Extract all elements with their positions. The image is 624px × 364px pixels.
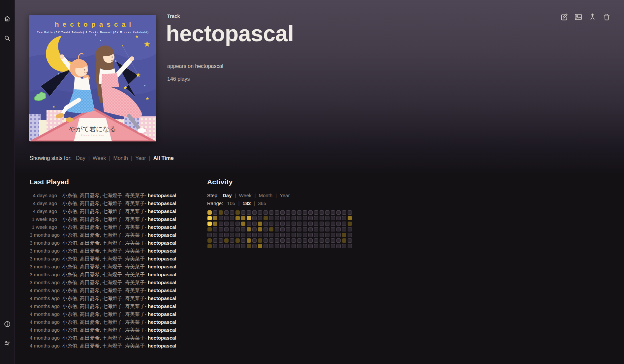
track-link[interactable]: hectopascal [148, 287, 176, 294]
artist-link[interactable]: 高田憂希 [80, 256, 100, 261]
artist-link[interactable]: 高田憂希 [80, 343, 100, 349]
artist-link[interactable]: 七海燈子 [103, 280, 122, 285]
artist-link[interactable]: 高田憂希 [80, 224, 100, 230]
artist-link[interactable]: 高田憂希 [80, 240, 100, 246]
artist-link[interactable]: 高田憂希 [80, 335, 100, 341]
step-option-year[interactable]: Year [280, 193, 290, 198]
artist-link[interactable]: 寿美菜子 [125, 216, 145, 222]
artist-link[interactable]: 高田憂希 [80, 216, 100, 222]
artist-link[interactable]: 高田憂希 [80, 208, 100, 214]
track-link[interactable]: hectopascal [148, 223, 176, 231]
artist-link[interactable]: 寿美菜子 [125, 264, 145, 269]
artist-link[interactable]: 寿美菜子 [125, 280, 145, 285]
artist-link[interactable]: 小糸侑 [62, 193, 77, 198]
track-link[interactable]: hectopascal [148, 279, 176, 287]
artist-link[interactable]: 七海燈子 [103, 256, 122, 261]
artist-link[interactable]: 高田憂希 [80, 264, 100, 269]
step-option-month[interactable]: Month [259, 193, 272, 198]
artist-link[interactable]: 七海燈子 [103, 232, 122, 238]
artist-link[interactable]: 小糸侑 [62, 295, 77, 301]
artist-link[interactable]: 七海燈子 [103, 248, 122, 254]
artist-link[interactable]: 高田憂希 [80, 232, 100, 238]
track-link[interactable]: hectopascal [148, 302, 176, 310]
artist-link[interactable]: 寿美菜子 [125, 295, 145, 301]
stats-filter-option-week[interactable]: Week [93, 155, 106, 161]
artist-link[interactable]: 小糸侑 [62, 232, 77, 238]
step-option-day[interactable]: Day [223, 193, 232, 198]
artist-link[interactable]: 小糸侑 [62, 200, 77, 206]
artist-link[interactable]: 七海燈子 [103, 343, 122, 349]
track-link[interactable]: hectopascal [148, 192, 176, 199]
merge-button[interactable] [588, 13, 597, 21]
edit-button[interactable] [560, 13, 569, 21]
change-image-button[interactable] [574, 13, 583, 21]
sidebar-home-button[interactable] [4, 15, 11, 22]
artist-link[interactable]: 寿美菜子 [125, 343, 145, 349]
artist-link[interactable]: 高田憂希 [80, 200, 100, 206]
stats-filter-option-day[interactable]: Day [76, 155, 85, 161]
album-link[interactable]: hectopascal [195, 63, 223, 69]
track-link[interactable]: hectopascal [148, 334, 176, 342]
artist-link[interactable]: 寿美菜子 [125, 272, 145, 277]
artist-link[interactable]: 七海燈子 [103, 327, 122, 333]
artist-link[interactable]: 寿美菜子 [125, 288, 145, 293]
track-link[interactable]: hectopascal [148, 215, 176, 223]
artist-link[interactable]: 高田憂希 [80, 193, 100, 198]
track-link[interactable]: hectopascal [148, 342, 176, 350]
artist-link[interactable]: 小糸侑 [62, 311, 77, 317]
artist-link[interactable]: 七海燈子 [103, 216, 122, 222]
artist-link[interactable]: 高田憂希 [80, 288, 100, 293]
track-link[interactable]: hectopascal [148, 294, 176, 302]
artist-link[interactable]: 高田憂希 [80, 248, 100, 254]
album-art[interactable]: hectopascal Yuu Koito (CV:Yuuki Takada) … [29, 15, 156, 141]
artist-link[interactable]: 七海燈子 [103, 319, 122, 325]
track-link[interactable]: hectopascal [148, 255, 176, 263]
artist-link[interactable]: 高田憂希 [80, 303, 100, 309]
artist-link[interactable]: 寿美菜子 [125, 232, 145, 238]
artist-link[interactable]: 七海燈子 [103, 303, 122, 309]
sidebar-info-button[interactable] [4, 320, 11, 328]
artist-link[interactable]: 寿美菜子 [125, 303, 145, 309]
artist-link[interactable]: 小糸侑 [62, 208, 77, 214]
track-link[interactable]: hectopascal [148, 247, 176, 255]
range-option-182[interactable]: 182 [242, 200, 251, 206]
track-link[interactable]: hectopascal [148, 199, 176, 207]
track-link[interactable]: hectopascal [148, 239, 176, 247]
artist-link[interactable]: 寿美菜子 [125, 256, 145, 261]
track-link[interactable]: hectopascal [148, 318, 176, 326]
artist-link[interactable]: 七海燈子 [103, 224, 122, 230]
artist-link[interactable]: 寿美菜子 [125, 248, 145, 254]
artist-link[interactable]: 小糸侑 [62, 224, 77, 230]
track-link[interactable]: hectopascal [148, 207, 176, 215]
artist-link[interactable]: 高田憂希 [80, 272, 100, 277]
range-option-105[interactable]: 105 [227, 200, 235, 206]
artist-link[interactable]: 小糸侑 [62, 280, 77, 285]
artist-link[interactable]: 小糸侑 [62, 327, 77, 333]
artist-link[interactable]: 七海燈子 [103, 240, 122, 246]
artist-link[interactable]: 寿美菜子 [125, 335, 145, 341]
artist-link[interactable]: 高田憂希 [80, 319, 100, 325]
artist-link[interactable]: 高田憂希 [80, 327, 100, 333]
artist-link[interactable]: 七海燈子 [103, 295, 122, 301]
artist-link[interactable]: 寿美菜子 [125, 193, 145, 198]
artist-link[interactable]: 高田憂希 [80, 295, 100, 301]
artist-link[interactable]: 寿美菜子 [125, 208, 145, 214]
artist-link[interactable]: 寿美菜子 [125, 240, 145, 246]
artist-link[interactable]: 七海燈子 [103, 311, 122, 317]
track-link[interactable]: hectopascal [148, 263, 176, 271]
artist-link[interactable]: 七海燈子 [103, 208, 122, 214]
artist-link[interactable]: 小糸侑 [62, 272, 77, 277]
artist-link[interactable]: 寿美菜子 [125, 319, 145, 325]
artist-link[interactable]: 七海燈子 [103, 272, 122, 277]
artist-link[interactable]: 小糸侑 [62, 216, 77, 222]
artist-link[interactable]: 高田憂希 [80, 280, 100, 285]
artist-link[interactable]: 小糸侑 [62, 288, 77, 293]
artist-link[interactable]: 七海燈子 [103, 288, 122, 293]
stats-filter-option-all-time[interactable]: All Time [153, 155, 174, 161]
track-link[interactable]: hectopascal [148, 326, 176, 334]
track-link[interactable]: hectopascal [148, 271, 176, 279]
stats-filter-option-month[interactable]: Month [113, 155, 128, 161]
artist-link[interactable]: 小糸侑 [62, 303, 77, 309]
artist-link[interactable]: 七海燈子 [103, 335, 122, 341]
track-link[interactable]: hectopascal [148, 310, 176, 318]
